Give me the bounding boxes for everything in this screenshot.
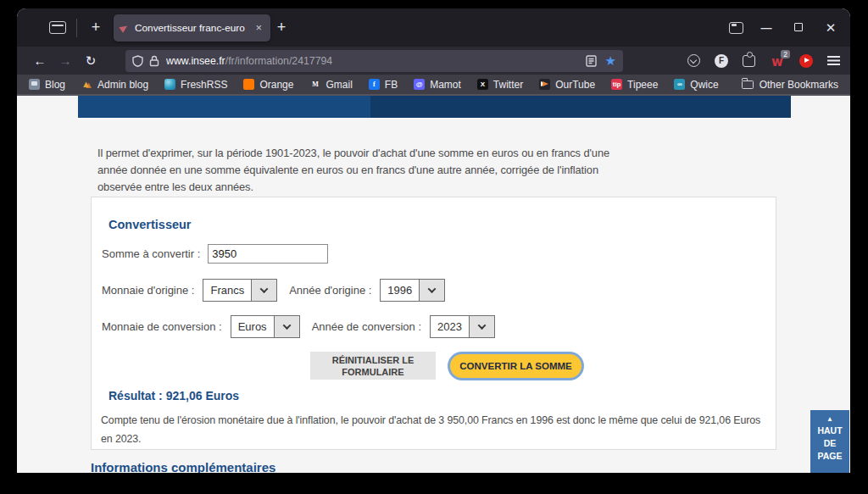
sum-row: Somme à convertir : bbox=[102, 243, 328, 264]
twitter-x-icon: X bbox=[477, 79, 488, 90]
maximize-button[interactable] bbox=[789, 21, 808, 34]
convert-button[interactable]: CONVERTIR LA SOMME bbox=[450, 354, 581, 378]
page-viewport: Il permet d'exprimer, sur la période 190… bbox=[17, 96, 850, 471]
currency-target-label: Monnaie de conversion : bbox=[102, 320, 222, 333]
tab-close-icon[interactable]: × bbox=[253, 20, 264, 35]
shield-icon bbox=[132, 55, 143, 67]
url-text: www.insee.fr/fr/information/2417794 bbox=[166, 55, 582, 67]
year-origin-select[interactable]: 1996 bbox=[380, 279, 445, 302]
year-target-label: Année de conversion : bbox=[312, 320, 421, 333]
back-button[interactable]: ← bbox=[29, 51, 51, 71]
browser-window: + Convertisseur franc-euro × + — ✕ ← → ↻ bbox=[17, 8, 850, 473]
currency-origin-label: Monnaie d'origine : bbox=[102, 284, 194, 297]
list-all-tabs-icon[interactable] bbox=[729, 22, 743, 34]
reader-view-icon[interactable] bbox=[586, 55, 597, 67]
bookmark-qwice[interactable]: ∞Qwice bbox=[674, 79, 718, 91]
bookmark-freshrss[interactable]: FreshRSS bbox=[164, 79, 227, 91]
titlebar: + Convertisseur franc-euro × + — ✕ bbox=[17, 8, 850, 47]
firefox-view-icon[interactable] bbox=[49, 21, 66, 34]
bookmark-orange[interactable]: Orange bbox=[243, 79, 293, 91]
bookmark-gmail[interactable]: MGmail bbox=[309, 79, 352, 91]
converter-title: Convertisseur bbox=[108, 218, 192, 231]
admin-blog-icon bbox=[81, 79, 92, 90]
result-heading: Résultat : 921,06 Euros bbox=[108, 389, 239, 402]
url-path: /fr/information/2417794 bbox=[225, 55, 332, 67]
lock-icon bbox=[149, 55, 159, 67]
url-bar[interactable]: www.insee.fr/fr/information/2417794 ★ bbox=[125, 50, 623, 72]
facebook-container-icon[interactable]: F bbox=[715, 54, 728, 68]
bookmark-blog[interactable]: Blog bbox=[29, 79, 65, 91]
pocket-icon[interactable] bbox=[687, 54, 700, 67]
sum-input[interactable] bbox=[208, 244, 328, 264]
freshrss-icon bbox=[164, 79, 175, 90]
folder-icon bbox=[742, 80, 754, 89]
mastodon-icon: @ bbox=[414, 79, 425, 90]
bookmark-fb[interactable]: fFB bbox=[369, 79, 398, 91]
new-tab-button[interactable]: + bbox=[270, 17, 292, 39]
arrow-up-icon: ▲ bbox=[810, 414, 849, 425]
qwice-icon: ∞ bbox=[674, 79, 685, 90]
facebook-icon: f bbox=[369, 79, 380, 90]
gmail-icon: M bbox=[309, 79, 320, 90]
bookmark-mamot[interactable]: @Mamot bbox=[414, 79, 461, 91]
other-bookmarks-button[interactable]: Other Bookmarks bbox=[742, 79, 838, 91]
extension-area: F w 2 bbox=[687, 53, 842, 69]
close-button[interactable]: ✕ bbox=[821, 20, 840, 36]
reset-form-button[interactable]: RÉINITIALISER LE FORMULAIRE bbox=[310, 352, 436, 380]
url-domain: www.insee.fr bbox=[166, 55, 225, 67]
minimize-button[interactable]: — bbox=[757, 21, 776, 34]
orange-icon bbox=[243, 79, 254, 90]
tab-separator bbox=[76, 19, 77, 37]
currency-origin-select[interactable]: Francs bbox=[203, 279, 277, 302]
menu-icon[interactable] bbox=[827, 56, 840, 65]
tipeee-icon: tip bbox=[611, 79, 622, 90]
reload-button[interactable]: ↻ bbox=[80, 51, 102, 71]
wallabag-icon[interactable]: w 2 bbox=[770, 53, 785, 69]
conversion-row: Monnaie de conversion : Euros Année de c… bbox=[102, 315, 495, 338]
forward-button[interactable]: → bbox=[54, 51, 76, 71]
new-tab-button-left[interactable]: + bbox=[85, 17, 107, 39]
bookmark-ourtube[interactable]: OurTube bbox=[539, 79, 595, 91]
chevron-down-icon bbox=[469, 316, 494, 337]
intro-paragraph: Il permet d'exprimer, sur la période 190… bbox=[97, 145, 615, 196]
result-paragraph: Compte tenu de l'érosion monétaire due à… bbox=[101, 411, 771, 448]
insee-favicon-icon bbox=[120, 23, 129, 32]
year-origin-label: Année d'origine : bbox=[289, 284, 371, 297]
chevron-down-icon bbox=[274, 316, 299, 337]
bookmark-tipeee[interactable]: tipTipeee bbox=[611, 79, 658, 91]
sum-label: Somme à convertir : bbox=[102, 247, 200, 260]
converter-card: Convertisseur Somme à convertir : Monnai… bbox=[91, 197, 776, 450]
tab-title: Convertisseur franc-euro bbox=[135, 22, 248, 34]
active-tab[interactable]: Convertisseur franc-euro × bbox=[114, 14, 270, 42]
year-target-select[interactable]: 2023 bbox=[430, 315, 495, 338]
screenshot-stage: + Convertisseur franc-euro × + — ✕ ← → ↻ bbox=[0, 0, 868, 494]
bookmark-admin-blog[interactable]: Admin blog bbox=[81, 79, 148, 91]
navigation-toolbar: ← → ↻ www.insee.fr/fr/information/241779… bbox=[17, 47, 850, 75]
extension-icon[interactable] bbox=[743, 55, 755, 67]
insee-navbar-strip bbox=[78, 96, 791, 118]
extension-badge: 2 bbox=[781, 50, 790, 58]
chevron-down-icon bbox=[419, 280, 444, 301]
bookmark-star-icon[interactable]: ★ bbox=[605, 53, 616, 69]
insee-navbar-strip-left bbox=[78, 96, 370, 118]
currency-target-select[interactable]: Euros bbox=[231, 315, 300, 338]
section-heading: Informations complémentaires bbox=[91, 460, 275, 473]
ourtube-icon bbox=[539, 79, 550, 90]
origin-row: Monnaie d'origine : Francs Année d'origi… bbox=[102, 279, 445, 302]
video-helper-icon[interactable] bbox=[799, 54, 813, 68]
bookmarks-bar: Blog Admin blog FreshRSS Orange MGmail f… bbox=[17, 75, 850, 96]
bookmark-twitter[interactable]: XTwitter bbox=[477, 79, 523, 91]
blog-icon bbox=[29, 79, 40, 90]
back-to-top-button[interactable]: ▲ HAUT DE PAGE bbox=[810, 410, 849, 473]
chevron-down-icon bbox=[251, 280, 276, 301]
